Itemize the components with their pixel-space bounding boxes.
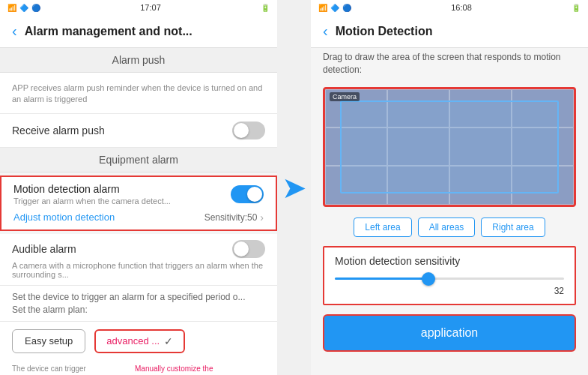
right-back-button[interactable]: ‹ [323, 22, 328, 40]
slider-track [335, 278, 564, 280]
audible-alarm-label: Audible alarm [12, 243, 76, 255]
left-status-bar: 📶 🔷 🔵 17:07 🔋 [0, 0, 277, 15]
application-button[interactable]: application [323, 314, 576, 352]
left-back-button[interactable]: ‹ [12, 22, 17, 40]
left-panel: 📶 🔷 🔵 17:07 🔋 ‹ Alarm management and not… [0, 0, 277, 375]
bluetooth-icon: 🔵 [31, 4, 40, 12]
motion-alarm-title-group: Motion detection alarm Trigger an alarm … [13, 183, 171, 206]
receive-alarm-push-row: Receive alarm push [0, 114, 277, 148]
advanced-button[interactable]: advanced ... ✓ [94, 329, 185, 353]
motion-alarm-toggle[interactable] [231, 185, 264, 203]
left-battery: 🔋 [261, 4, 270, 12]
alarm-push-section-header: Alarm push [0, 48, 277, 73]
receive-alarm-push-toggle[interactable] [232, 122, 265, 140]
signal-icon: 📶 [7, 4, 16, 12]
arrow-container: ➤ [277, 0, 311, 375]
motion-detection-instruction: Drag to draw the area of the screen that… [311, 48, 588, 81]
alarm-push-description: APP receives alarm push reminder when th… [0, 73, 277, 114]
sensitivity-block: Motion detection sensitivity 32 [323, 246, 576, 305]
audible-toggle-knob [234, 242, 249, 256]
advanced-description: Manually customize the device alarm tim.… [135, 364, 232, 375]
check-icon: ✓ [164, 335, 173, 347]
camera-label: Camera [330, 92, 360, 101]
audible-alarm-row: Audible alarm A camera with a microphone… [0, 234, 277, 286]
right-wifi-icon: 🔷 [330, 4, 339, 12]
left-header: ‹ Alarm management and not... [0, 15, 277, 48]
right-bluetooth-icon: 🔵 [342, 4, 351, 12]
chevron-right-icon: › [260, 212, 264, 224]
left-time: 17:07 [140, 3, 161, 12]
slider-fill [335, 278, 426, 280]
left-signal-icons: 📶 🔷 🔵 [7, 4, 40, 12]
toggle-knob [234, 123, 249, 138]
right-signal-icon: 📶 [318, 4, 327, 12]
right-area-button[interactable]: Right area [481, 218, 545, 237]
left-page-title: Alarm management and not... [25, 25, 193, 38]
slider-value: 32 [335, 286, 564, 296]
adjust-motion-detection-link[interactable]: Adjust motion detection [13, 212, 115, 223]
right-battery: 🔋 [572, 4, 581, 12]
motion-toggle-knob [247, 187, 262, 202]
motion-alarm-header: Motion detection alarm Trigger an alarm … [13, 183, 264, 206]
all-areas-button[interactable]: All areas [418, 218, 476, 237]
right-status-bar: 📶 🔷 🔵 16:08 🔋 [311, 0, 588, 15]
right-battery-icon: 🔋 [572, 4, 581, 12]
right-time: 16:08 [451, 3, 472, 12]
area-buttons-row: Left area All areas Right area [311, 213, 588, 242]
motion-alarm-title: Motion detection alarm [13, 183, 171, 195]
battery-icon: 🔋 [261, 4, 270, 12]
right-signal-icons: 📶 🔷 🔵 [318, 4, 351, 12]
motion-detection-alarm-block: Motion detection alarm Trigger an alarm … [0, 176, 277, 231]
right-page-title: Motion Detection [336, 25, 433, 38]
button-descriptions: The device can trigger an alarm at any t… [0, 361, 277, 375]
left-area-button[interactable]: Left area [354, 218, 411, 237]
advanced-button-label: advanced ... [106, 335, 160, 346]
sensitivity-title: Motion detection sensitivity [335, 255, 564, 267]
wifi-icon: 🔷 [19, 4, 28, 12]
motion-detection-selection-box[interactable] [340, 100, 559, 194]
sensitivity-display: Sensitivity:50 › [204, 212, 264, 224]
sensitivity-slider-container[interactable] [335, 274, 564, 283]
receive-alarm-push-label: Receive alarm push [12, 124, 105, 136]
right-panel: 📶 🔷 🔵 16:08 🔋 ‹ Motion Detection Drag to… [311, 0, 588, 375]
motion-alarm-subtitle: Trigger an alarm when the camera detect.… [13, 196, 171, 206]
equipment-alarm-section-header: Equipment alarm [0, 148, 277, 172]
easy-setup-button[interactable]: Easy setup [12, 329, 85, 353]
slider-thumb[interactable] [422, 272, 435, 286]
alarm-plan-description: Set the device to trigger an alarm for a… [0, 286, 277, 322]
easy-setup-description: The device can trigger an alarm at any t… [12, 364, 87, 375]
audible-alarm-desc: A camera with a microphone function that… [12, 261, 265, 279]
motion-adjust-row: Adjust motion detection Sensitivity:50 › [13, 212, 264, 224]
camera-preview: Camera [323, 87, 576, 207]
right-header: ‹ Motion Detection [311, 15, 588, 48]
audible-alarm-toggle[interactable] [232, 240, 265, 258]
alarm-plan-buttons-row: Easy setup advanced ... ✓ [0, 322, 277, 361]
right-arrow-icon: ➤ [282, 170, 307, 205]
